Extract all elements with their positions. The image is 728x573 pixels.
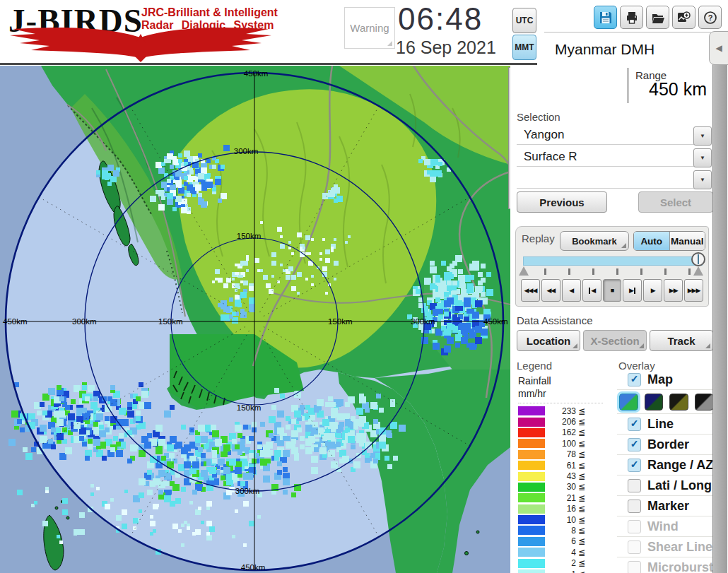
manual-mode-button[interactable]: Manual: [670, 232, 705, 250]
legend-entry: 206≦: [518, 416, 603, 427]
checkbox[interactable]: [628, 500, 641, 513]
jump-start-button[interactable]: ◀◀◀: [521, 279, 540, 302]
radar-map[interactable]: 450km300km150km450km300km150km150km300km…: [0, 66, 510, 573]
legend-value: 6: [545, 536, 576, 546]
ring-label: 450km: [244, 69, 269, 78]
product-dropdown-value[interactable]: Surface R: [517, 148, 695, 167]
legend-rows: 233≦206≦162≦100≦78≦61≦43≦30≦21≦16≦10≦8≦6…: [518, 403, 603, 573]
overlay-item-wind: Wind: [617, 516, 713, 537]
range-value: 450 km: [649, 79, 707, 100]
replay-mode-switch: Auto Manual: [633, 231, 705, 251]
ring-label: 150km: [328, 317, 353, 326]
overlay-item-label: Range / AZ: [647, 458, 713, 473]
legend-value: 2: [545, 558, 576, 568]
map-style-terrain[interactable]: [619, 394, 638, 410]
image-capture-button[interactable]: [672, 6, 695, 29]
jump-end-button[interactable]: ▶▶▶: [684, 279, 703, 302]
chevron-down-icon[interactable]: ▼: [693, 148, 712, 167]
legend-entry: 21≦: [518, 492, 603, 503]
checkbox[interactable]: ✓: [628, 438, 641, 451]
panel-collapse-tab[interactable]: ◀: [709, 31, 728, 65]
location-button[interactable]: Location: [517, 330, 580, 351]
legend-entry: 10≦: [518, 514, 603, 525]
location-label: Location: [527, 335, 571, 347]
extra-dropdown-value[interactable]: [517, 170, 695, 189]
legend-entry: 16≦: [518, 504, 603, 514]
replay-panel: Replay Bookmark Auto Manual ◀◀◀◀◀◀◀■▶▶▶▶…: [515, 226, 709, 307]
legend-entry: 233≦: [518, 406, 603, 416]
slider-start-marker[interactable]: [519, 266, 529, 276]
overlay-item-border[interactable]: ✓Border: [617, 435, 713, 455]
step-forward-button[interactable]: ▶: [623, 279, 642, 302]
play-button[interactable]: ▶: [643, 279, 662, 302]
logo-subtitle-line1: JRC-Brilliant & Intelligent: [141, 6, 278, 19]
select-button[interactable]: Select: [638, 191, 713, 213]
ring-label: 150km: [237, 403, 262, 412]
ring-label: 150km: [158, 317, 183, 326]
playback-controls: ◀◀◀◀◀◀◀■▶▶▶▶▶▶▶: [521, 279, 703, 302]
chevron-down-icon[interactable]: ▼: [693, 170, 712, 189]
legend-unit: Rainfall mm/hr: [518, 374, 551, 400]
overlay-item-map[interactable]: ✓Map: [617, 370, 713, 390]
fast-forward-button[interactable]: ▶▶: [664, 279, 683, 302]
svg-text:?: ?: [708, 13, 712, 22]
legend-color-swatch: [518, 418, 545, 427]
stop-button[interactable]: ■: [603, 279, 622, 302]
xsection-button[interactable]: X-Section: [583, 330, 647, 351]
site-dropdown-value[interactable]: Yangon: [517, 126, 695, 145]
corner-menu-icon: [621, 243, 626, 248]
map-style-dark[interactable]: [645, 394, 664, 410]
legend-color-swatch: [518, 515, 545, 524]
bookmark-button[interactable]: Bookmark: [560, 231, 629, 251]
extra-dropdown[interactable]: ▼: [517, 170, 712, 189]
legend-color-swatch: [518, 406, 545, 415]
save-button[interactable]: [594, 6, 617, 29]
overlay-item-label: Wind: [647, 519, 679, 534]
legend-color-swatch: [518, 472, 545, 481]
product-dropdown[interactable]: Surface R ▼: [517, 148, 712, 167]
chevron-left-icon: ◀: [715, 43, 722, 53]
help-button[interactable]: ?: [698, 6, 722, 29]
previous-button[interactable]: Previous: [517, 191, 607, 213]
panel-collapse-strip[interactable]: [712, 62, 727, 573]
step-back-button[interactable]: ◀: [582, 279, 601, 302]
timezone-utc-button[interactable]: UTC: [512, 8, 536, 33]
timezone-mmt-button[interactable]: MMT: [512, 35, 536, 60]
chevron-down-icon[interactable]: ▼: [693, 126, 712, 146]
map-style-gray[interactable]: [695, 394, 714, 410]
fast-rewind-button[interactable]: ◀◀: [541, 279, 560, 302]
checkbox[interactable]: ✓: [628, 418, 641, 431]
print-button[interactable]: [620, 6, 643, 29]
slider-end-marker[interactable]: [693, 266, 703, 276]
overlay-item-marker[interactable]: Marker: [617, 496, 713, 516]
checkbox[interactable]: ✓: [628, 459, 641, 472]
legend-value: 100: [545, 439, 576, 449]
legend-entry: 4≦: [518, 547, 603, 557]
corner-menu-icon: [387, 41, 392, 46]
open-file-button[interactable]: [646, 6, 669, 29]
overlay-item-label: Shear Line: [647, 540, 712, 555]
overlay-item-lati-long[interactable]: Lati / Long: [617, 475, 713, 496]
track-label: Track: [667, 335, 695, 347]
warning-button[interactable]: Warning: [344, 7, 395, 49]
overlay-item-range-az[interactable]: ✓Range / AZ: [617, 455, 713, 475]
legend-color-swatch: [518, 537, 545, 546]
legend-value: 233: [545, 406, 576, 416]
map-style-olive[interactable]: [669, 394, 688, 410]
replay-slider-handle[interactable]: [691, 252, 705, 266]
replay-slider-track[interactable]: [523, 256, 703, 266]
legend-unit-line1: Rainfall: [518, 374, 551, 387]
auto-mode-button[interactable]: Auto: [634, 232, 670, 250]
play-reverse-button[interactable]: ◀: [562, 279, 581, 302]
ring-label: 300km: [72, 317, 97, 326]
legend-entry: 6≦: [518, 536, 603, 547]
checkbox[interactable]: [628, 479, 641, 492]
checkbox[interactable]: ✓: [628, 373, 641, 386]
overlay-item-label: Map: [647, 372, 673, 387]
site-dropdown[interactable]: Yangon ▼: [517, 126, 712, 145]
legend-value: 30: [545, 482, 576, 492]
ring-label: 450km: [483, 317, 508, 326]
bookmark-label: Bookmark: [572, 236, 617, 247]
overlay-item-line[interactable]: ✓Line: [617, 414, 713, 435]
track-button[interactable]: Track: [650, 330, 713, 351]
